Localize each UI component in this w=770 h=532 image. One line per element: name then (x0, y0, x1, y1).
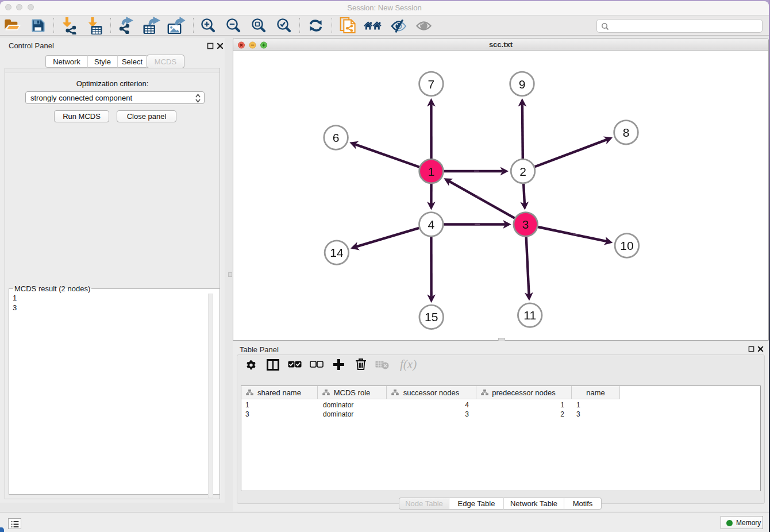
svg-text:7: 7 (428, 78, 435, 91)
svg-text:8: 8 (623, 126, 630, 139)
svg-text:10: 10 (620, 239, 633, 252)
svg-text:11: 11 (523, 309, 536, 322)
svg-text:6: 6 (333, 131, 340, 144)
svg-text:4: 4 (428, 218, 434, 231)
svg-text:9: 9 (519, 78, 526, 91)
svg-text:14: 14 (330, 246, 344, 259)
svg-text:15: 15 (425, 310, 438, 323)
svg-text:1: 1 (428, 165, 435, 178)
svg-text:3: 3 (522, 218, 529, 231)
svg-text:2: 2 (519, 165, 526, 178)
